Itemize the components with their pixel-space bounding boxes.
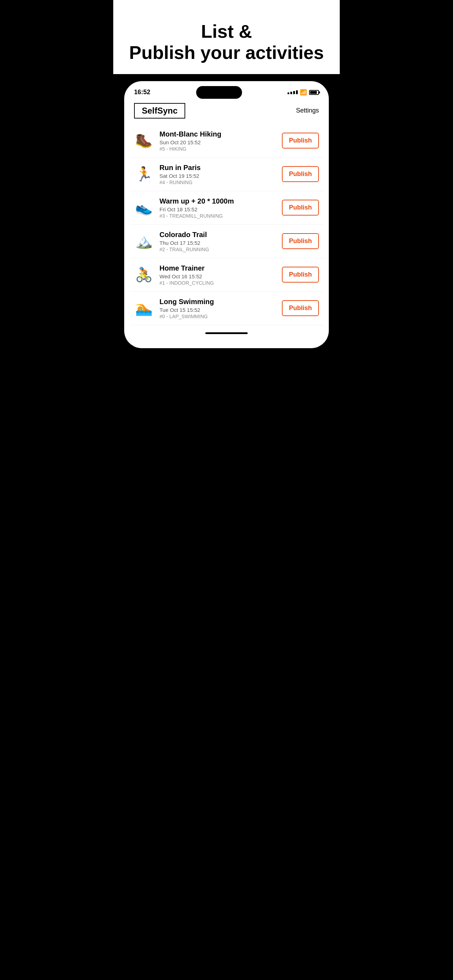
activity-info: Mont-Blanc HikingSun Oct 20 15:52#5 - HI… bbox=[159, 130, 276, 152]
activity-name: Mont-Blanc Hiking bbox=[159, 130, 276, 138]
publish-button-2[interactable]: Publish bbox=[282, 200, 319, 216]
activity-meta: #3 - TREADMILL_RUNNING bbox=[159, 213, 276, 219]
status-time: 16:52 bbox=[134, 89, 150, 96]
outer-wrapper: List & Publish your activities 16:52 📶 bbox=[113, 0, 340, 369]
activity-item: 🏊Long SwimmingTue Oct 15 15:52#0 - LAP_S… bbox=[130, 292, 323, 325]
activity-info: Long SwimmingTue Oct 15 15:52#0 - LAP_SW… bbox=[159, 298, 276, 319]
activity-emoji: 🏊 bbox=[134, 300, 154, 317]
activity-date: Fri Oct 18 15:52 bbox=[159, 206, 276, 212]
hero-title-line2: Publish your activities bbox=[129, 42, 324, 63]
activity-emoji: 🥾 bbox=[134, 132, 154, 149]
activity-info: Colorado TrailThu Oct 17 15:52#2 - TRAIL… bbox=[159, 231, 276, 252]
activity-name: Run in Paris bbox=[159, 163, 276, 172]
settings-button[interactable]: Settings bbox=[296, 107, 319, 114]
activity-date: Thu Oct 17 15:52 bbox=[159, 240, 276, 246]
activity-info: Home TrainerWed Oct 16 15:52#1 - INDOOR_… bbox=[159, 264, 276, 286]
activity-info: Warm up + 20 * 1000mFri Oct 18 15:52#3 -… bbox=[159, 197, 276, 219]
publish-button-3[interactable]: Publish bbox=[282, 233, 319, 249]
battery-fill bbox=[310, 91, 317, 94]
activity-meta: #5 - HIKING bbox=[159, 146, 276, 152]
publish-button-5[interactable]: Publish bbox=[282, 300, 319, 316]
activity-name: Colorado Trail bbox=[159, 231, 276, 239]
activity-item: 👟Warm up + 20 * 1000mFri Oct 18 15:52#3 … bbox=[130, 191, 323, 225]
activity-name: Home Trainer bbox=[159, 264, 276, 272]
status-bar: 16:52 📶 bbox=[124, 81, 329, 102]
activity-emoji: 🚴 bbox=[134, 266, 154, 283]
activity-date: Wed Oct 16 15:52 bbox=[159, 274, 276, 279]
publish-button-1[interactable]: Publish bbox=[282, 166, 319, 182]
phone-frame: 16:52 📶 SelfSync bbox=[124, 81, 329, 348]
activity-emoji: 🏃 bbox=[134, 166, 154, 182]
publish-button-0[interactable]: Publish bbox=[282, 133, 319, 148]
battery-icon bbox=[309, 90, 319, 95]
activity-meta: #0 - LAP_SWIMMING bbox=[159, 313, 276, 319]
home-indicator bbox=[205, 332, 248, 334]
hero-title-line1: List & bbox=[201, 21, 252, 41]
app-title: SelfSync bbox=[134, 103, 185, 119]
publish-button-4[interactable]: Publish bbox=[282, 267, 319, 283]
activity-info: Run in ParisSat Oct 19 15:52#4 - RUNNING bbox=[159, 163, 276, 185]
activity-item: 🥾Mont-Blanc HikingSun Oct 20 15:52#5 - H… bbox=[130, 124, 323, 158]
wifi-icon: 📶 bbox=[300, 89, 307, 95]
app-header: SelfSync Settings bbox=[124, 102, 329, 124]
activity-item: 🏔️Colorado TrailThu Oct 17 15:52#2 - TRA… bbox=[130, 225, 323, 258]
activity-date: Tue Oct 15 15:52 bbox=[159, 307, 276, 313]
activities-list: 🥾Mont-Blanc HikingSun Oct 20 15:52#5 - H… bbox=[124, 124, 329, 325]
activity-date: Sat Oct 19 15:52 bbox=[159, 173, 276, 179]
activity-meta: #2 - TRAIL_RUNNING bbox=[159, 247, 276, 252]
bottom-spacer bbox=[113, 348, 340, 369]
activity-name: Long Swimming bbox=[159, 298, 276, 306]
activity-item: 🚴Home TrainerWed Oct 16 15:52#1 - INDOOR… bbox=[130, 258, 323, 292]
hero-title: List & Publish your activities bbox=[127, 21, 326, 64]
activity-meta: #4 - RUNNING bbox=[159, 180, 276, 185]
phone-wrapper: 16:52 📶 SelfSync bbox=[113, 74, 340, 348]
activity-date: Sun Oct 20 15:52 bbox=[159, 139, 276, 145]
activity-emoji: 🏔️ bbox=[134, 233, 154, 250]
signal-icon bbox=[288, 90, 298, 94]
status-icons: 📶 bbox=[288, 89, 319, 95]
activity-emoji: 👟 bbox=[134, 199, 154, 216]
dynamic-island bbox=[196, 86, 242, 99]
activity-name: Warm up + 20 * 1000m bbox=[159, 197, 276, 205]
activity-item: 🏃Run in ParisSat Oct 19 15:52#4 - RUNNIN… bbox=[130, 158, 323, 191]
activity-meta: #1 - INDOOR_CYCLING bbox=[159, 280, 276, 286]
hero-section: List & Publish your activities bbox=[113, 0, 340, 74]
